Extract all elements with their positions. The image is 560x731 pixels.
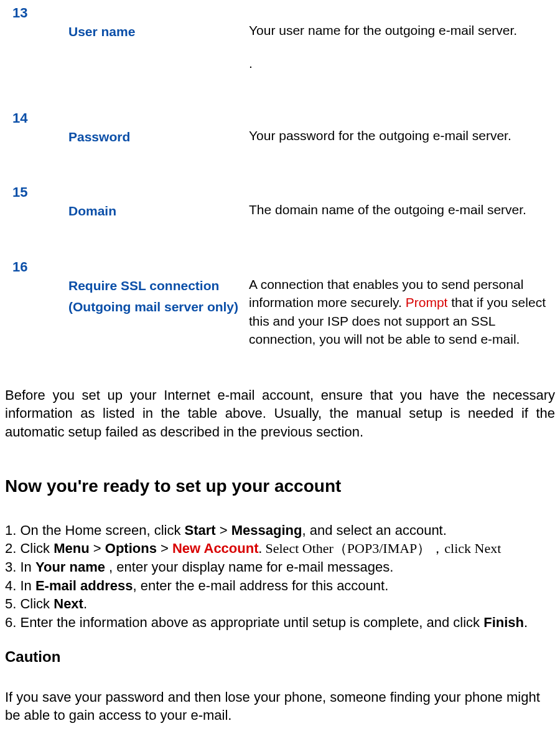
table-row: 14 Password Your password for the outgoi… — [5, 110, 555, 148]
step-3: 3. In Your name , enter your display nam… — [5, 558, 555, 577]
term-cell: Domain — [68, 184, 249, 222]
term-label: Require SSL connection (Outgoing mail se… — [68, 275, 249, 317]
desc-text-red: Prompt — [406, 295, 448, 309]
row-number: 16 — [5, 259, 68, 275]
desc-cell: A connection that enables you to send pe… — [249, 259, 555, 349]
stray-period: . — [249, 54, 551, 72]
caution-heading: Caution — [5, 648, 555, 666]
table-row: 16 Require SSL connection (Outgoing mail… — [5, 259, 555, 349]
section-heading: Now you're ready to set up your account — [5, 476, 555, 496]
step-4: 4. In E-mail address, enter the e-mail a… — [5, 577, 555, 595]
term-label: Domain — [68, 200, 249, 222]
step-2: 2. Click Menu > Options > New Account. S… — [5, 539, 555, 558]
desc-text: Your user name for the outgoing e-mail s… — [249, 21, 551, 39]
intro-paragraph: Before you set up your Internet e-mail a… — [5, 386, 555, 441]
step-1: 1. On the Home screen, click Start > Mes… — [5, 521, 555, 540]
desc-cell: Your password for the outgoing e-mail se… — [249, 110, 555, 144]
term-cell: Password — [68, 110, 249, 148]
term-cell: User name — [68, 5, 249, 42]
desc-cell: Your user name for the outgoing e-mail s… — [249, 5, 555, 73]
term-cell: Require SSL connection (Outgoing mail se… — [68, 259, 249, 317]
row-number: 14 — [5, 110, 68, 126]
table-row: 13 User name Your user name for the outg… — [5, 5, 555, 73]
row-number: 15 — [5, 184, 68, 200]
term-label: Password — [68, 126, 249, 148]
desc-cell: The domain name of the outgoing e-mail s… — [249, 184, 555, 219]
caution-paragraph: If you save your password and then lose … — [5, 688, 555, 725]
table-row: 15 Domain The domain name of the outgoin… — [5, 184, 555, 222]
desc-text: Your password for the outgoing e-mail se… — [249, 126, 551, 144]
term-label: User name — [68, 21, 249, 42]
row-number: 13 — [5, 5, 68, 21]
step-6: 6. Enter the information above as approp… — [5, 613, 555, 632]
page: 13 User name Your user name for the outg… — [0, 0, 560, 731]
step-5: 5. Click Next. — [5, 595, 555, 613]
desc-text: The domain name of the outgoing e-mail s… — [249, 200, 551, 219]
